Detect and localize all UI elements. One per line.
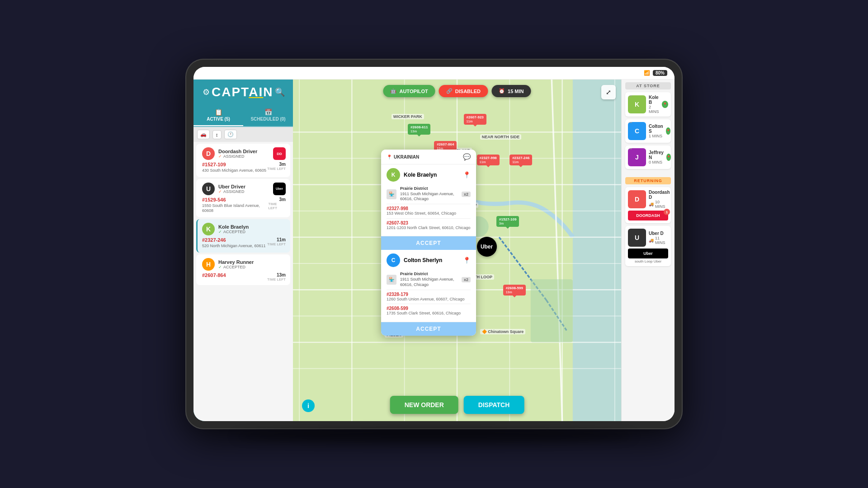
map-pin[interactable]: #2608-59913m [503, 285, 526, 296]
map-area[interactable]: 🤖 AUTOPILOT 🔗 DISABLED ⏰ 15 MIN ⤢ [293, 80, 621, 421]
driver-status: ✓ ASSIGNED [218, 189, 269, 194]
list-item[interactable]: D Doordash Driver ✓ ASSIGNED DD [196, 144, 290, 177]
returning-card-doordash[interactable]: D Doordash D 🚚 10 MINS DOORD [625, 187, 671, 223]
order-time: 3m [268, 197, 286, 202]
time-icon: ⏰ [499, 88, 505, 94]
order-id-3: #2328-179 [387, 292, 471, 297]
sidebar-filter: 🚗 ↕ 🕐 [193, 127, 293, 142]
store-address-2: 1911 South Michigan Avenue, 60616, Chica… [400, 277, 454, 287]
time-label: 15 MIN [508, 89, 524, 94]
at-store-card-jeffrey[interactable]: zzz J Jeffrey N 0 MINS 📍 [625, 145, 671, 169]
order-address: 1550 South Blue Island Avenue, 60608 [202, 203, 268, 214]
map-pin[interactable]: #1527-1093m [496, 216, 519, 227]
location-label: NEAR NORTH SIDE [480, 134, 522, 140]
order-addr-4: 1735 South Clark Street, 60616, Chicago [387, 311, 471, 316]
location-label: WICKER PARK [392, 114, 424, 119]
returning-time: 🚚 10 MINS [649, 200, 670, 209]
multiplier-badge-2: x2 [462, 277, 471, 282]
driver-card-time: 1 MINS [649, 134, 663, 138]
main-content: ⚙ CAPTAIN 🔍 📋 ACTIVE (5) 📅 SCHEDULED (0) [193, 80, 675, 421]
store-address: 1911 South Michigan Avenue, 60616, Chica… [400, 192, 454, 202]
driver-card-time: 2 MINS [649, 105, 659, 114]
map-pin[interactable]: #2327-99811m [477, 155, 500, 165]
platform-strip-uber: Uber [628, 249, 668, 258]
time-button[interactable]: ⏰ 15 MIN [491, 85, 531, 97]
disabled-button[interactable]: 🔗 DISABLED [439, 85, 488, 97]
at-store-card-kole[interactable]: zzz K Kole B 2 MINS 📍 [625, 92, 671, 117]
list-item[interactable]: K Kole Braelyn ✓ ACCEPTED [196, 219, 290, 253]
autopilot-button[interactable]: 🤖 AUTOPILOT [383, 85, 435, 97]
filter-clock-btn[interactable]: 🕐 [224, 130, 237, 139]
avatar: zzz J [628, 148, 646, 166]
popup-avatar-colton: C [387, 253, 400, 267]
returning-name: Uber D [649, 231, 668, 236]
order-id: #1529-546 [202, 197, 268, 202]
filter-car-btn[interactable]: 🚗 [197, 130, 210, 139]
tablet-frame: 📶 80% ⚙ CAPTAIN 🔍 📋 ACTI [185, 59, 683, 429]
returning-section: RETURNING D Doordash D 🚚 10 MINS [622, 174, 675, 272]
accept-button-1[interactable]: ACCEPT [381, 236, 476, 250]
dispatch-popup: 📍 UKRAINIAN 💬 K Kole Braelyn 📍 [381, 150, 476, 336]
map-pin[interactable]: #2607-92311m [464, 114, 486, 125]
store-name-2: Prairie District [400, 272, 458, 277]
order-id: #2327-246 [202, 237, 265, 243]
popup-driver-1: K Kole Braelyn 📍 🏪 Prairie District 1911… [381, 164, 476, 236]
fullscreen-icon: ⤢ [606, 89, 611, 96]
popup-avatar-kole: K [387, 168, 400, 182]
dispatch-button[interactable]: DISPATCH [464, 396, 524, 414]
svg-rect-1 [573, 80, 621, 421]
tab-scheduled[interactable]: 📅 SCHEDULED (0) [243, 105, 293, 126]
uber-map-icon: Uber [477, 237, 497, 257]
settings-icon[interactable]: ⚙ [201, 85, 212, 99]
sidebar-header: ⚙ CAPTAIN 🔍 [193, 80, 293, 105]
driver-card-time: 0 MINS [649, 160, 664, 164]
tab-scheduled-label: SCHEDULED (0) [250, 117, 285, 122]
order-addr-2: 1201-1203 North Clark Street, 60610, Chi… [387, 225, 471, 231]
driver-name: Harvey Runner [218, 259, 286, 265]
location-label: 🔶 Chinatown Square [480, 329, 526, 334]
order-id-2: #2607-923 [387, 221, 471, 225]
info-button[interactable]: i [302, 399, 315, 412]
returning-title: RETURNING [625, 177, 671, 184]
svg-rect-22 [531, 279, 573, 343]
search-icon[interactable]: 🔍 [273, 85, 287, 99]
sidebar: ⚙ CAPTAIN 🔍 📋 ACTIVE (5) 📅 SCHEDULED (0) [193, 80, 293, 421]
avatar: K [202, 223, 215, 235]
returning-card-uber[interactable]: U Uber D 🚚 11 MINS Uber [625, 226, 671, 266]
accept-button-2[interactable]: ACCEPT [381, 322, 476, 336]
popup-chat-icon[interactable]: 💬 [463, 153, 471, 160]
scheduled-tab-icon: 📅 [264, 108, 272, 116]
driver-status: ✓ ACCEPTED [218, 230, 286, 234]
order-time: 11m [267, 237, 286, 242]
at-store-card-colton[interactable]: zzz C Colton S 1 MINS 📍 [625, 119, 671, 143]
new-order-button[interactable]: NEW ORDER [390, 396, 458, 414]
store-name: Prairie District [400, 186, 458, 192]
order-time: 13m [267, 272, 286, 277]
popup-driver-name-colton: Colton Sherlyn [404, 257, 459, 263]
list-item[interactable]: H Harvey Runner ✓ ACCEPTED [196, 254, 290, 285]
popup-location-pin-2: 📍 [463, 257, 471, 264]
order-time: 3m [267, 162, 286, 167]
fullscreen-button[interactable]: ⤢ [601, 85, 616, 99]
app-logo: CAPTAIN [212, 85, 273, 99]
tab-active[interactable]: 📋 ACTIVE (5) [193, 105, 243, 126]
sidebar-tabs: 📋 ACTIVE (5) 📅 SCHEDULED (0) [193, 105, 293, 127]
status-wifi: 📶 [644, 70, 650, 76]
platform-strip-doordash: DOORDASH 1 [628, 211, 668, 221]
driver-status: ✓ ACCEPTED [218, 265, 286, 269]
popup-driver-2: C Colton Sherlyn 📍 🏪 Prairie District 19… [381, 250, 476, 322]
truck-icon: 🚚 [649, 202, 654, 206]
list-item[interactable]: U Uber Driver ✓ ASSIGNED Uber [196, 179, 290, 217]
filter-sort-btn[interactable]: ↕ [212, 130, 222, 139]
popup-location: 📍 UKRAINIAN [387, 155, 419, 160]
avatar: H [202, 258, 215, 271]
avatar: D [202, 147, 215, 160]
map-pin[interactable]: #2327-24611m [509, 155, 532, 165]
avatar: zzz K [628, 95, 646, 113]
avatar: zzz C [628, 122, 646, 140]
map-uber-marker[interactable]: Uber [477, 237, 497, 257]
map-toolbar: 🤖 AUTOPILOT 🔗 DISABLED ⏰ 15 MIN [383, 85, 531, 97]
map-pin[interactable]: #2608-61113m [408, 124, 430, 135]
south-loop-label: south Loop Uber [628, 259, 668, 263]
right-panel: AT STORE zzz K Kole B 2 MINS [621, 80, 675, 421]
